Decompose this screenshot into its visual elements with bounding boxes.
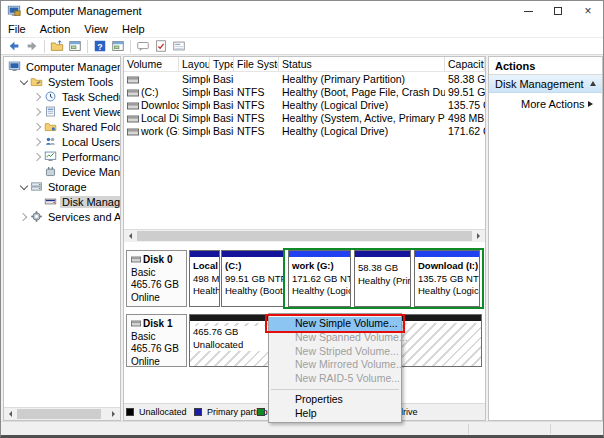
annotation-highlight-box xyxy=(265,314,405,333)
tree-horizontal-scrollbar[interactable] xyxy=(4,407,120,420)
close-button[interactable]: × xyxy=(573,1,603,21)
volume-row[interactable]: Simple Basic Healthy (Primary Partition)… xyxy=(124,72,485,85)
partition-download-i[interactable]: Download (I:)135.75 GB NTFSHealthy (Logi… xyxy=(414,250,480,307)
tree-item-disk-management[interactable]: Disk Management xyxy=(4,194,120,209)
device-manager-icon xyxy=(44,165,57,178)
menu-separator xyxy=(271,389,399,390)
help-icon[interactable]: ? xyxy=(91,38,109,54)
expand-chevron-icon[interactable] xyxy=(33,107,43,117)
tree-item-local-users-and-groups[interactable]: Local Users and Groups xyxy=(4,134,120,149)
collapse-up-icon[interactable] xyxy=(590,78,596,86)
scroll-right-icon[interactable] xyxy=(107,408,120,420)
column-header-file-system[interactable]: File System xyxy=(234,57,279,71)
column-header-volume[interactable]: Volume xyxy=(124,57,179,71)
menu-item-new-raid5-volume[interactable]: New RAID-5 Volume... xyxy=(269,372,401,386)
legend-label: Unallocated xyxy=(139,407,187,417)
scrollbar-thumb[interactable] xyxy=(17,409,101,419)
console-tree-pane: Computer Management (Local System Tools … xyxy=(3,56,121,421)
tree-item-event-viewer[interactable]: Event Viewer xyxy=(4,104,120,119)
event-viewer-icon xyxy=(44,105,57,118)
tree-item-performance[interactable]: Performance xyxy=(4,149,120,164)
collapse-chevron-icon[interactable] xyxy=(19,77,29,87)
status-divider xyxy=(550,424,551,434)
scrollbar-thumb[interactable] xyxy=(137,231,472,241)
volume-row[interactable]: Local Disk (F:) Simple Basic NTFS Health… xyxy=(124,111,485,124)
toolbar: ? xyxy=(1,37,603,55)
partition-work-g[interactable]: work (G:)171.62 GB NTFSHealthy (Logical … xyxy=(288,250,351,307)
menu-item-help[interactable]: Help xyxy=(269,407,401,421)
column-header-capacity[interactable]: Capacity xyxy=(445,57,485,71)
minimize-button[interactable] xyxy=(513,1,543,21)
partition-58gb[interactable]: 58.38 GBHealthy (Primar xyxy=(354,250,411,307)
tree-item-shared-folders[interactable]: Shared Folders xyxy=(4,119,120,134)
extended-partition-frame: work (G:)171.62 GB NTFSHealthy (Logical … xyxy=(283,248,484,309)
disk1-label[interactable]: Disk 1 Basic 465.76 GB Online xyxy=(126,314,187,367)
primary-partition-bar xyxy=(355,251,410,258)
users-icon xyxy=(44,135,57,148)
report-check-icon[interactable] xyxy=(152,38,170,54)
computer-management-window: Computer Management × File Action View H… xyxy=(0,0,604,438)
storage-icon xyxy=(30,180,43,193)
volume-row[interactable]: Download (I:) Simple Basic NTFS Healthy … xyxy=(124,98,485,111)
expand-chevron-icon[interactable] xyxy=(33,122,43,132)
collapse-chevron-icon[interactable] xyxy=(19,182,29,192)
partition-local-disk-f[interactable]: Local D498 MBHealthy xyxy=(189,250,220,307)
services-icon xyxy=(30,210,43,223)
callout-icon[interactable] xyxy=(134,38,152,54)
volume-row[interactable]: work (G:) Simple Basic NTFS Healthy (Log… xyxy=(124,124,485,137)
window-title: Computer Management xyxy=(26,5,142,17)
menu-item-properties[interactable]: Properties xyxy=(269,393,401,407)
volume-icon xyxy=(127,102,139,110)
menu-file[interactable]: File xyxy=(1,23,33,35)
chevron-spacer xyxy=(33,197,43,207)
expand-chevron-icon[interactable] xyxy=(33,92,43,102)
scroll-right-icon[interactable] xyxy=(472,230,485,242)
maximize-button[interactable] xyxy=(543,1,573,21)
tree-item-services-and-applications[interactable]: Services and Applications xyxy=(4,209,120,224)
tree-item-system-tools[interactable]: System Tools xyxy=(4,74,120,89)
column-header-status[interactable]: Status xyxy=(279,57,445,71)
column-header-type[interactable]: Type xyxy=(210,57,234,71)
properties-form-icon[interactable] xyxy=(170,38,188,54)
chevron-spacer xyxy=(33,167,43,177)
volume-row[interactable]: (C:) Simple Basic NTFS Healthy (Boot, Pa… xyxy=(124,85,485,98)
partition-c[interactable]: (C:)99.51 GB NTFSHealthy (Boot, Pa xyxy=(221,250,284,307)
unallocated-legend-swatch xyxy=(126,408,134,416)
tree-item-device-manager[interactable]: Device Manager xyxy=(4,164,120,179)
console-window-icon[interactable] xyxy=(109,38,127,54)
forward-icon[interactable] xyxy=(23,38,41,54)
disk0-label[interactable]: Disk 0 Basic 465.76 GB Online xyxy=(126,250,187,307)
menu-action[interactable]: Action xyxy=(33,23,78,35)
back-icon[interactable] xyxy=(5,38,23,54)
column-header-layout[interactable]: Layout xyxy=(179,57,210,71)
volume-list: Volume Layout Type File System Status Ca… xyxy=(124,57,485,229)
menu-item-new-striped-volume[interactable]: New Striped Volume... xyxy=(269,345,401,359)
menu-view[interactable]: View xyxy=(77,23,115,35)
expand-chevron-icon[interactable] xyxy=(33,152,43,162)
tree-item-task-scheduler[interactable]: Task Scheduler xyxy=(4,89,120,104)
status-divider xyxy=(468,424,469,434)
actions-title: Actions xyxy=(489,57,602,75)
volume-icon xyxy=(127,115,139,123)
volume-icon xyxy=(127,76,139,84)
logical-drive-bar xyxy=(415,251,479,258)
primary-partition-legend-swatch xyxy=(194,408,202,416)
scroll-left-icon[interactable] xyxy=(4,408,17,420)
console-tree: Computer Management (Local System Tools … xyxy=(4,59,120,406)
actions-section-disk-management[interactable]: Disk Management xyxy=(489,75,602,93)
title-bar: Computer Management × xyxy=(1,1,603,21)
expand-chevron-icon[interactable] xyxy=(19,212,29,222)
logical-drive-bar xyxy=(289,251,350,258)
split-horizontal-scrollbar[interactable] xyxy=(124,229,485,242)
export-folder-icon[interactable] xyxy=(48,38,66,54)
tree-item-storage[interactable]: Storage xyxy=(4,179,120,194)
tree-item-computer-management[interactable]: Computer Management (Local xyxy=(4,59,120,74)
menu-item-new-mirrored-volume[interactable]: New Mirrored Volume... xyxy=(269,358,401,372)
console-window-icon[interactable] xyxy=(66,38,84,54)
scroll-left-icon[interactable] xyxy=(124,230,137,242)
more-actions-item[interactable]: More Actions xyxy=(489,93,602,113)
submenu-arrow-icon xyxy=(588,101,596,107)
menu-help[interactable]: Help xyxy=(115,23,152,35)
expand-chevron-icon[interactable] xyxy=(33,137,43,147)
status-bar xyxy=(1,421,603,436)
